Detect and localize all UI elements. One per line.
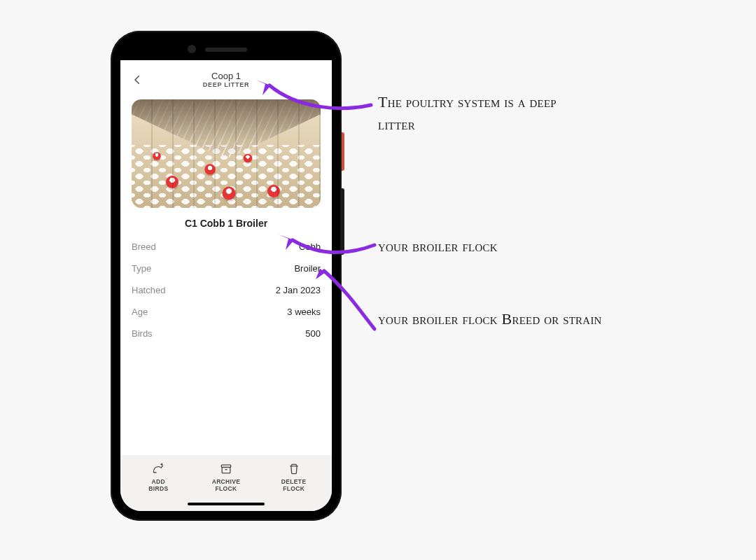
bird-add-icon: [151, 462, 165, 476]
detail-row-birds: Birds 500: [132, 323, 321, 344]
action-label: ARCHIVE: [212, 478, 241, 485]
action-label: FLOCK: [215, 485, 237, 492]
annotation-deep-litter: The poultry system is a deep litter: [378, 91, 588, 136]
trash-icon: [287, 462, 301, 476]
annotation-arrow: [255, 70, 374, 119]
detail-row-hatched: Hatched 2 Jan 2023: [132, 279, 321, 301]
detail-label: Hatched: [132, 285, 165, 295]
action-label: BIRDS: [148, 485, 168, 492]
phone-camera: [188, 45, 196, 53]
annotation-breed-strain: your broiler flock Breed or strain: [378, 308, 630, 330]
delete-flock-button[interactable]: DELETE FLOCK: [260, 462, 328, 493]
header-title: Coop 1: [211, 71, 241, 81]
power-button: [342, 132, 344, 171]
app-screen: Coop 1 DEEP LITTER C1 Cobb 1 Broiler Bre…: [120, 60, 332, 511]
detail-row-age: Age 3 weeks: [132, 301, 321, 323]
chevron-left-icon: [131, 74, 144, 86]
header-subtitle: DEEP LITTER: [203, 81, 249, 88]
annotation-broiler-flock: your broiler flock: [378, 235, 588, 258]
detail-label: Age: [132, 307, 148, 317]
back-button[interactable]: [129, 71, 146, 88]
action-label: FLOCK: [283, 485, 304, 492]
archive-icon: [219, 462, 233, 476]
home-indicator: [120, 497, 332, 511]
detail-label: Birds: [132, 328, 153, 339]
annotation-arrow: [280, 227, 378, 262]
action-label: ADD: [152, 478, 165, 485]
phone-speaker: [205, 48, 247, 52]
detail-label: Breed: [132, 241, 156, 252]
action-label: DELETE: [281, 478, 307, 485]
svg-rect-0: [221, 465, 230, 468]
bottom-action-bar: ADD BIRDS ARCHIVE FLOCK: [120, 455, 332, 497]
annotation-arrow: [312, 262, 396, 340]
detail-label: Type: [132, 263, 151, 274]
add-birds-button[interactable]: ADD BIRDS: [125, 462, 192, 493]
archive-flock-button[interactable]: ARCHIVE FLOCK: [192, 462, 260, 493]
content-area: C1 Cobb 1 Broiler Breed Cobb Type Broile…: [120, 99, 332, 455]
